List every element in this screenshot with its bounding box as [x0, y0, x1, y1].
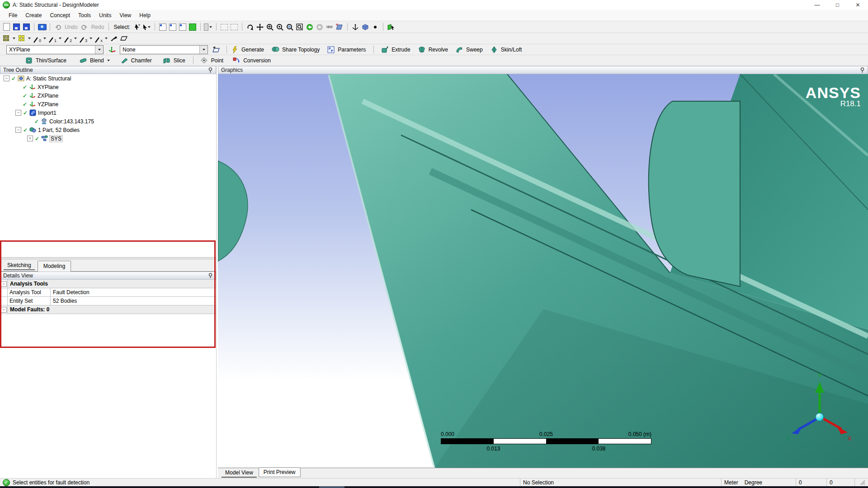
menu-tools[interactable]: Tools [74, 11, 95, 20]
box-volume-select-button[interactable] [230, 23, 239, 32]
menu-view[interactable]: View [115, 11, 135, 20]
expand-icon[interactable]: + [27, 136, 33, 141]
sweep-button[interactable] [455, 45, 464, 54]
conversion-button[interactable] [232, 56, 241, 65]
conversion-label[interactable]: Conversion [242, 57, 272, 64]
blend-button[interactable] [79, 56, 88, 65]
details-row-value[interactable]: Fault Detection [51, 288, 216, 296]
tab-print-preview[interactable]: Print Preview [259, 467, 301, 477]
tab-sketching[interactable]: Sketching [4, 261, 35, 270]
sketch-select[interactable]: None [120, 45, 208, 54]
save-all-button[interactable] [22, 23, 31, 32]
details-row-analysis-tool[interactable]: Analysis Tool Fault Detection [0, 288, 216, 297]
menu-file[interactable]: File [5, 11, 21, 20]
chamfer-label[interactable]: Chamfer [130, 57, 153, 64]
share-topology-label[interactable]: Share Topology [281, 47, 321, 53]
details-row-entity-set[interactable]: Entity Set 52 Bodies [0, 297, 216, 305]
tab-model-view[interactable]: Model View [222, 469, 257, 478]
skin-loft-label[interactable]: Skin/Loft [500, 47, 524, 53]
blend-label[interactable]: Blend [89, 57, 105, 64]
new-plane-button[interactable] [212, 45, 221, 54]
tree-item-sys[interactable]: + ✓ SYS [0, 134, 216, 143]
parameters-button[interactable]: PP [326, 45, 335, 54]
line-style-0-dropdown[interactable]: 0 [33, 34, 42, 43]
collapse-icon[interactable]: − [15, 127, 21, 133]
thin-surface-label[interactable]: Thin/Surface [34, 57, 68, 64]
collapse-icon[interactable]: − [4, 75, 9, 81]
pin-icon[interactable] [208, 67, 213, 73]
revolve-button[interactable] [417, 45, 426, 54]
view-cube-button[interactable] [361, 23, 370, 32]
plane-cursor-button[interactable] [387, 23, 396, 32]
plane-axis-button[interactable] [107, 45, 116, 54]
collapse-icon[interactable]: − [1, 307, 7, 313]
extend-selection-dropdown[interactable] [204, 23, 213, 32]
image-capture-button[interactable] [38, 23, 47, 32]
line-style-2-dropdown[interactable]: 2 [63, 34, 72, 43]
maximize-button[interactable]: □ [827, 0, 848, 10]
point-label[interactable]: Point [210, 57, 225, 64]
tree-item-import1[interactable]: − ✓ Import1 [0, 108, 216, 117]
line-style-3-dropdown[interactable]: 3 [79, 34, 88, 43]
undo-label[interactable]: Undo [63, 24, 79, 30]
slice-label[interactable]: Slice [172, 57, 187, 64]
zoom-button[interactable] [265, 23, 274, 32]
sketch-select-button[interactable] [199, 46, 208, 54]
revolve-label[interactable]: Revolve [427, 47, 449, 53]
zoom-in-button[interactable] [275, 23, 284, 32]
menu-units[interactable]: Units [95, 11, 115, 20]
snap-axis-button[interactable] [351, 23, 360, 32]
look-at-button[interactable] [335, 23, 344, 32]
tree-item-xyplane[interactable]: ✓ XYPlane [0, 83, 216, 91]
zoom-fit-button[interactable] [305, 23, 314, 32]
pin-icon[interactable] [208, 273, 213, 278]
collapse-icon[interactable]: − [15, 110, 21, 116]
point-button[interactable] [200, 56, 209, 65]
filter-body-button[interactable] [188, 23, 197, 32]
box-select-button[interactable] [220, 23, 229, 32]
details-footer-row[interactable]: − Model Faults: 0 [0, 305, 216, 314]
generate-button[interactable] [230, 45, 239, 54]
orientation-triad[interactable]: Y Z X [784, 370, 854, 445]
thin-surface-button[interactable] [24, 56, 33, 65]
grid-settings-dropdown[interactable] [2, 34, 11, 43]
select-cursor-dropdown[interactable] [142, 23, 151, 32]
menu-help[interactable]: Help [135, 11, 155, 20]
redo-label[interactable]: Redo [90, 24, 106, 30]
arrow-tool-button[interactable] [109, 34, 118, 43]
menu-create[interactable]: Create [21, 11, 46, 20]
undo-button[interactable] [53, 23, 62, 32]
new-sketch-button[interactable] [2, 23, 11, 32]
filter-face-button[interactable] [178, 23, 187, 32]
box-zoom-button[interactable] [295, 23, 304, 32]
line-style-1-dropdown[interactable]: 1 [48, 34, 57, 43]
plane-select-button[interactable] [95, 46, 103, 54]
filter-vertex-button[interactable] [158, 23, 167, 32]
point-display-button[interactable] [371, 23, 380, 32]
line-style-x-dropdown[interactable]: x [94, 34, 103, 43]
details-row-value[interactable]: 52 Bodies [51, 297, 216, 305]
model-geometry[interactable] [218, 74, 868, 468]
grid-snap-dropdown[interactable] [17, 34, 26, 43]
zoom-magnify-button[interactable] [285, 23, 294, 32]
share-topology-button[interactable] [271, 45, 280, 54]
minimize-button[interactable]: — [807, 0, 827, 10]
tree-item-color[interactable]: ✓ Color:143.143.175 [0, 117, 216, 126]
pan-button[interactable] [255, 23, 264, 32]
extrude-label[interactable]: Extrude [390, 47, 411, 53]
chamfer-button[interactable] [120, 56, 129, 65]
plane-select[interactable]: XYPlane [6, 45, 104, 54]
filter-edge-button[interactable] [168, 23, 177, 32]
zoom-next-button[interactable] [315, 23, 324, 32]
isometric-view-button[interactable]: ISO [325, 23, 334, 32]
extrude-button[interactable] [380, 45, 389, 54]
tree-item-part[interactable]: − ✓ 1 Part, 52 Bodies [0, 126, 216, 134]
tree-item-yzplane[interactable]: ✓ YZPlane [0, 100, 216, 108]
generate-label[interactable]: Generate [240, 47, 265, 53]
sweep-label[interactable]: Sweep [465, 47, 484, 53]
polygon-tool-button[interactable] [119, 34, 128, 43]
tab-modeling[interactable]: Modeling [38, 261, 71, 272]
menu-concept[interactable]: Concept [46, 11, 74, 20]
skin-loft-button[interactable] [490, 45, 499, 54]
slice-button[interactable] [162, 56, 171, 65]
